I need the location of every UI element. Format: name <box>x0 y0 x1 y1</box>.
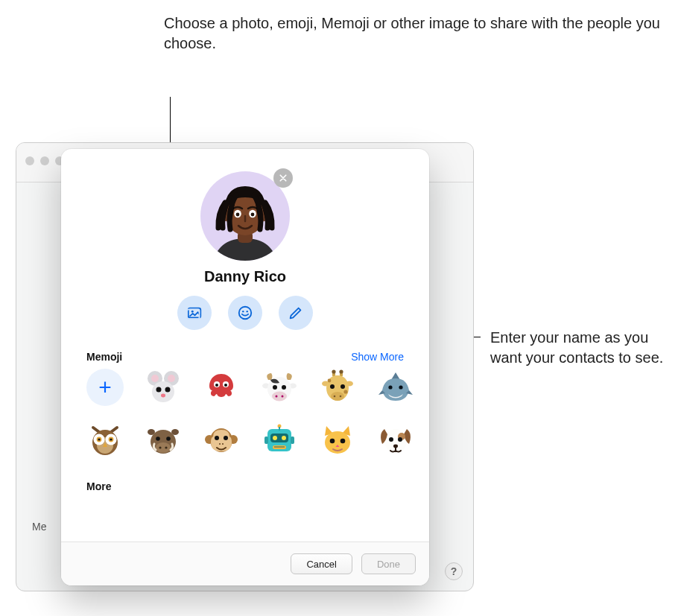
svg-point-12 <box>242 311 244 312</box>
svg-point-56 <box>110 438 112 440</box>
svg-point-78 <box>273 436 277 440</box>
cow-icon <box>262 369 297 405</box>
memoji-grid: + <box>85 369 405 458</box>
memoji-item-giraffe[interactable] <box>319 369 356 406</box>
svg-point-7 <box>251 213 255 217</box>
memoji-item-cat[interactable] <box>319 421 356 458</box>
stage: Choose a photo, emoji, Memoji or other i… <box>0 0 678 616</box>
svg-point-61 <box>166 436 171 441</box>
svg-point-35 <box>332 369 335 373</box>
svg-point-87 <box>398 437 402 442</box>
svg-point-41 <box>340 384 345 389</box>
svg-point-29 <box>273 385 277 390</box>
memoji-item-dog[interactable] <box>377 421 414 458</box>
svg-rect-73 <box>264 436 268 444</box>
done-button[interactable]: Done <box>361 553 416 574</box>
svg-rect-74 <box>291 436 294 444</box>
svg-point-40 <box>330 384 335 389</box>
memoji-item-cow[interactable] <box>261 369 298 406</box>
svg-point-11 <box>239 307 252 320</box>
svg-point-68 <box>215 436 219 440</box>
svg-point-47 <box>388 385 392 389</box>
memoji-show-more-link[interactable]: Show More <box>351 351 404 363</box>
emoji-icon <box>237 305 253 321</box>
svg-point-43 <box>334 396 336 398</box>
memoji-section-title: Memoji <box>86 351 122 363</box>
minimize-dot-icon[interactable] <box>40 156 49 165</box>
callout-right: Enter your name as you want your contact… <box>490 328 678 368</box>
display-name-label: Danny Rico <box>85 268 405 285</box>
svg-point-45 <box>328 379 332 383</box>
svg-point-13 <box>247 311 248 312</box>
more-section-title: More <box>85 480 405 492</box>
svg-point-19 <box>156 387 162 393</box>
callout-top: Choose a photo, emoji, Memoji or other i… <box>164 13 678 54</box>
svg-point-21 <box>161 394 165 398</box>
memoji-section-header: Memoji Show More <box>86 351 404 363</box>
memoji-item-robot[interactable] <box>261 421 298 458</box>
help-button[interactable]: ? <box>445 562 463 580</box>
svg-point-60 <box>156 436 160 441</box>
sheet-content: Danny Rico <box>61 149 429 492</box>
memoji-item-owl[interactable] <box>86 421 124 458</box>
svg-point-37 <box>339 369 343 373</box>
sheet-footer: Cancel Done <box>61 542 429 585</box>
svg-point-16 <box>151 375 159 382</box>
svg-point-31 <box>272 392 287 401</box>
svg-point-20 <box>165 387 171 393</box>
avatar-wrap <box>200 171 290 261</box>
shark-icon <box>378 369 414 405</box>
name-and-photo-sheet: Danny Rico <box>61 149 429 585</box>
memoji-item-boar[interactable] <box>145 421 182 458</box>
svg-point-64 <box>165 446 167 448</box>
photo-icon <box>186 305 203 321</box>
image-source-options <box>85 296 405 330</box>
svg-point-33 <box>282 396 284 398</box>
memoji-item-monkey[interactable] <box>203 421 240 458</box>
svg-point-62 <box>156 442 171 453</box>
svg-point-83 <box>340 439 346 444</box>
memoji-item-mouse[interactable] <box>145 369 182 406</box>
svg-rect-76 <box>279 427 280 431</box>
giraffe-icon <box>320 369 355 405</box>
boar-icon <box>145 422 181 457</box>
svg-point-6 <box>236 213 240 217</box>
svg-point-32 <box>276 396 278 398</box>
svg-point-24 <box>215 384 218 387</box>
svg-point-9 <box>191 311 194 313</box>
svg-point-86 <box>389 437 393 442</box>
svg-point-48 <box>399 385 402 389</box>
pencil-icon <box>288 305 304 321</box>
memoji-item-shark[interactable] <box>377 369 414 406</box>
cancel-button[interactable]: Cancel <box>291 553 352 574</box>
close-icon <box>279 174 288 182</box>
monkey-icon <box>203 422 239 457</box>
svg-point-79 <box>282 436 286 440</box>
svg-point-44 <box>340 396 342 398</box>
svg-point-82 <box>330 439 335 444</box>
owl-icon <box>87 422 123 457</box>
svg-point-55 <box>98 438 100 440</box>
mouse-icon <box>145 369 181 405</box>
svg-point-46 <box>343 390 347 393</box>
svg-point-70 <box>219 443 221 445</box>
octopus-icon <box>203 369 239 405</box>
robot-icon <box>262 422 297 457</box>
cat-icon <box>320 422 355 457</box>
window-traffic-lights[interactable] <box>25 156 64 165</box>
edit-name-button[interactable] <box>279 296 313 330</box>
svg-point-71 <box>222 443 224 445</box>
dog-icon <box>378 422 414 457</box>
svg-point-30 <box>282 385 286 390</box>
svg-point-18 <box>152 381 174 402</box>
close-dot-icon[interactable] <box>25 156 34 165</box>
add-memoji-button[interactable]: + <box>86 369 124 406</box>
clear-avatar-button[interactable] <box>273 168 293 188</box>
svg-point-25 <box>224 384 227 387</box>
memoji-item-octopus[interactable] <box>203 369 240 406</box>
sidebar-index-label: Me <box>32 521 46 533</box>
svg-point-63 <box>159 446 161 448</box>
choose-emoji-button[interactable] <box>228 296 262 330</box>
choose-photo-button[interactable] <box>177 296 212 330</box>
svg-point-42 <box>331 392 344 401</box>
